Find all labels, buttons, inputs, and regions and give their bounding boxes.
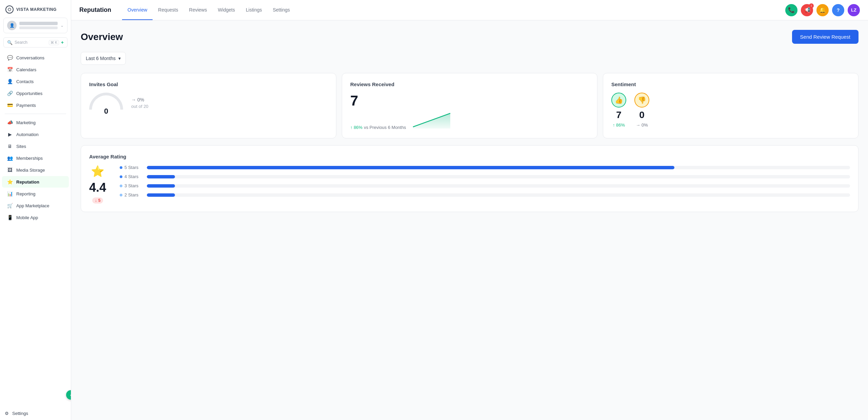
search-bar[interactable]: 🔍 Search ⌘ K + — [3, 37, 67, 47]
invites-out-of: out of 20 — [131, 104, 149, 109]
settings-icon: ⚙ — [5, 411, 9, 416]
date-filter-dropdown[interactable]: Last 6 Months ▾ — [81, 52, 126, 65]
bar-row-4stars: 4 Stars — [120, 174, 850, 179]
sidebar-item-settings[interactable]: ⚙ Settings — [0, 407, 71, 420]
bar-dot-4stars — [120, 175, 122, 178]
bar-fill-3stars — [147, 184, 175, 188]
bar-label-3stars: 3 Stars — [120, 183, 143, 188]
tab-widgets[interactable]: Widgets — [212, 0, 240, 20]
sidebar-item-calendars[interactable]: 📅 Calendars — [2, 64, 69, 75]
content-area: Overview Send Review Request Last 6 Mont… — [71, 20, 868, 420]
marketing-icon: 📣 — [7, 120, 13, 125]
app-marketplace-icon: 🛒 — [7, 203, 13, 208]
account-avatar: 👤 — [7, 21, 17, 30]
sidebar-item-label: Mobile App — [16, 215, 38, 220]
invites-goal-card: Invites Goal 0 → 0% out of 20 — [81, 73, 336, 138]
thumbs-down-icon: 👎 — [634, 93, 649, 108]
rating-number: 4.4 — [89, 180, 106, 195]
megaphone-badge: 1 — [809, 3, 814, 8]
search-icon: 🔍 — [7, 40, 13, 45]
reviews-stat: ↑ 86% vs Previous 6 Months — [350, 125, 406, 130]
bar-track-5stars — [147, 166, 850, 169]
search-label: Search — [15, 40, 47, 45]
tab-settings[interactable]: Settings — [267, 0, 295, 20]
sidebar-item-mobile-app[interactable]: 📱 Mobile App — [2, 212, 69, 223]
bell-button[interactable]: 🔔 — [816, 4, 829, 16]
average-rating-card: Average Rating ⭐ 4.4 ↓ 5 5 Stars — [81, 145, 859, 212]
tab-requests[interactable]: Requests — [153, 0, 183, 20]
sentiment-body: 👍 7 ↑ 86% 👎 0 → 0% — [611, 93, 850, 128]
tab-overview[interactable]: Overview — [122, 0, 153, 20]
sidebar-item-opportunities[interactable]: 🔗 Opportunities — [2, 88, 69, 99]
topbar: Reputation Overview Requests Reviews Wid… — [71, 0, 868, 20]
sidebar-item-media-storage[interactable]: 🖼 Media Storage — [2, 164, 69, 176]
bar-track-3stars — [147, 184, 850, 188]
bar-track-2stars — [147, 193, 850, 197]
tab-bar: Overview Requests Reviews Widgets Listin… — [122, 0, 785, 20]
bar-label-2stars: 2 Stars — [120, 192, 143, 197]
sidebar-item-payments[interactable]: 💳 Payments — [2, 99, 69, 111]
sidebar-item-sites[interactable]: 🖥 Sites — [2, 140, 69, 152]
reputation-icon: ⭐ — [7, 179, 13, 185]
sidebar-item-label: Reporting — [16, 191, 35, 196]
bar-text-4stars: 4 Stars — [124, 174, 138, 179]
sidebar: VISTA MARKETING 👤 ⌄ 🔍 Search ⌘ K + 💬 Con… — [0, 0, 71, 420]
sidebar-item-contacts[interactable]: 👤 Contacts — [2, 76, 69, 87]
bar-dot-3stars — [120, 185, 122, 187]
positive-count: 7 — [616, 110, 622, 120]
bar-dot-5stars — [120, 166, 122, 169]
metrics-cards-row: Invites Goal 0 → 0% out of 20 Reviews Re… — [81, 73, 859, 138]
sidebar-item-automation[interactable]: ▶ Automation — [2, 129, 69, 140]
sentiment-negative: 👎 0 → 0% — [634, 93, 649, 128]
user-avatar-button[interactable]: LZ — [848, 4, 860, 16]
tab-reviews[interactable]: Reviews — [184, 0, 213, 20]
reviews-change-label: vs Previous 6 Months — [364, 125, 406, 130]
bell-icon: 🔔 — [819, 7, 826, 13]
nav-divider — [5, 114, 66, 114]
help-button[interactable]: ? — [832, 4, 844, 16]
sidebar-item-app-marketplace[interactable]: 🛒 App Marketplace — [2, 200, 69, 211]
sidebar-item-reporting[interactable]: 📊 Reporting — [2, 188, 69, 199]
collapse-icon: ‹ — [70, 392, 71, 398]
search-shortcut: ⌘ K — [49, 40, 59, 45]
bar-fill-2stars — [147, 193, 175, 197]
negative-count: 0 — [639, 110, 645, 120]
bar-text-2stars: 2 Stars — [124, 192, 138, 197]
filter-label: Last 6 Months — [86, 56, 116, 61]
topbar-actions: 📞 📢 1 🔔 ? LZ — [785, 4, 860, 16]
sidebar-nav: 💬 Conversations 📅 Calendars 👤 Contacts 🔗… — [0, 52, 71, 407]
logo-text: VISTA MARKETING — [16, 7, 57, 12]
sidebar-item-conversations[interactable]: 💬 Conversations — [2, 52, 69, 63]
account-selector[interactable]: 👤 ⌄ — [3, 18, 67, 33]
sidebar-item-memberships[interactable]: 👥 Memberships — [2, 152, 69, 164]
sidebar-item-marketing[interactable]: 📣 Marketing — [2, 117, 69, 128]
invites-goal-body: 0 → 0% out of 20 — [89, 93, 328, 113]
gauge-value: 0 — [104, 107, 108, 116]
reviews-received-title: Reviews Received — [350, 81, 589, 87]
conversations-icon: 💬 — [7, 55, 13, 60]
sentiment-title: Sentiment — [611, 81, 850, 87]
account-chevron-icon: ⌄ — [60, 23, 64, 28]
average-rating-title: Average Rating — [89, 154, 850, 159]
bar-row-5stars: 5 Stars — [120, 165, 850, 170]
phone-icon: 📞 — [788, 7, 795, 13]
rating-change-value: 5 — [98, 198, 101, 203]
phone-button[interactable]: 📞 — [785, 4, 797, 16]
memberships-icon: 👥 — [7, 155, 13, 161]
tab-listings[interactable]: Listings — [240, 0, 267, 20]
reviews-received-card: Reviews Received 7 ↑ 86% vs Previous 6 M… — [342, 73, 597, 138]
reviews-count: 7 — [350, 93, 589, 109]
rating-left: ⭐ 4.4 ↓ 5 — [89, 165, 106, 204]
sidebar-item-label: Reputation — [16, 179, 39, 185]
search-plus-icon: + — [61, 40, 64, 45]
logo-icon — [5, 5, 14, 14]
rating-body: ⭐ 4.4 ↓ 5 5 Stars — [89, 165, 850, 204]
megaphone-icon: 📢 — [804, 7, 810, 13]
reviews-sparkline — [411, 112, 589, 130]
send-review-request-button[interactable]: Send Review Request — [792, 30, 859, 44]
positive-pct: ↑ 86% — [613, 122, 625, 128]
bar-row-3stars: 3 Stars — [120, 183, 850, 188]
sidebar-item-reputation[interactable]: ⭐ Reputation — [2, 176, 69, 188]
megaphone-button[interactable]: 📢 1 — [801, 4, 813, 16]
account-name — [19, 22, 58, 25]
